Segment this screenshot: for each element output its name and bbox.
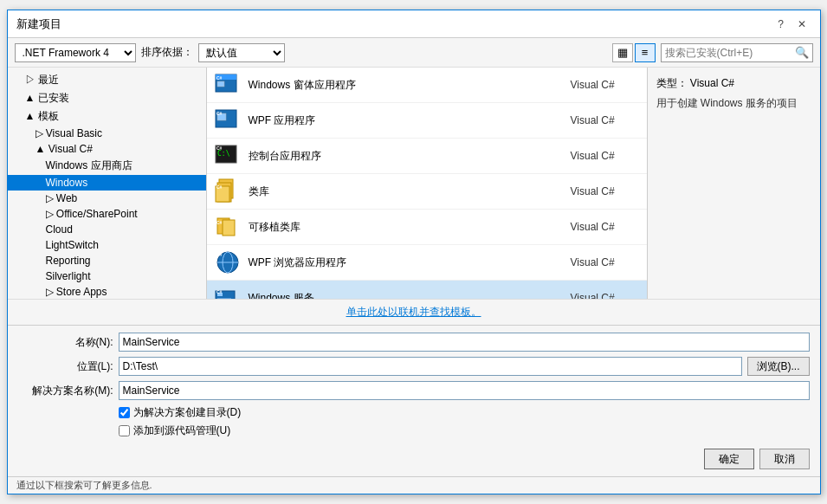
close-button[interactable]: ✕ (792, 15, 811, 34)
name-row: 名称(N): (18, 333, 810, 352)
sidebar-item-installed[interactable]: ▲ 已安装 (8, 89, 206, 107)
template-list: C# Windows 窗体应用程序 Visual C# C# WPF (207, 68, 647, 299)
sidebar-item-office[interactable]: ▷ Office/SharePoint (8, 206, 206, 222)
grid-icon: ▦ (617, 46, 628, 59)
svg-rect-2 (217, 81, 224, 87)
online-link[interactable]: 单击此处以联机并查找模板。 (346, 306, 481, 318)
template-lang: Visual C# (571, 185, 640, 197)
type-value: Visual C# (690, 77, 734, 89)
template-icon-service: C# (214, 284, 242, 299)
template-icon-windows-form: C# (214, 71, 242, 99)
template-name: Windows 服务 (249, 291, 564, 300)
template-lang: Visual C# (571, 256, 640, 268)
template-lang: Visual C# (571, 114, 640, 126)
svg-text:C#: C# (216, 220, 223, 225)
sidebar-item-templates[interactable]: ▲ 模板 (8, 107, 206, 126)
template-name: WPF 浏览器应用程序 (249, 255, 564, 270)
sidebar-item-lightswitch[interactable]: LightSwitch (8, 237, 206, 253)
right-panel: 类型： Visual C# 用于创建 Windows 服务的项目 (647, 68, 820, 299)
search-icon: 🔍 (795, 46, 809, 59)
sort-select[interactable]: 默认值 (198, 43, 285, 62)
title-bar: 新建项目 ? ✕ (8, 10, 820, 38)
toolbar: .NET Framework 4 排序依据： 默认值 ▦ ≡ 🔍 (8, 38, 820, 68)
svg-text:C#: C# (216, 75, 223, 81)
browse-button[interactable]: 浏览(B)... (747, 357, 810, 376)
template-icon-portable: C# (214, 213, 242, 241)
svg-text:C#: C# (216, 145, 223, 151)
template-lang: Visual C# (571, 221, 640, 233)
solution-row: 解决方案名称(M): (18, 381, 810, 400)
grid-view-button[interactable]: ▦ (612, 43, 633, 62)
help-button[interactable]: ? (772, 15, 791, 34)
template-lang: Visual C# (571, 150, 640, 162)
sidebar-item-recent[interactable]: ▷ 最近 (8, 71, 206, 89)
template-name: 控制台应用程序 (249, 149, 564, 164)
dialog-title: 新建项目 (16, 16, 61, 32)
template-row[interactable]: C# 可移植类库 Visual C# (207, 210, 647, 245)
sidebar-item-windows-apps[interactable]: Windows 应用商店 (8, 157, 206, 175)
checkboxes-row: 为解决方案创建目录(D) 添加到源代码管理(U) (18, 405, 810, 442)
template-row[interactable]: C# WPF 应用程序 Visual C# (207, 103, 647, 139)
framework-select[interactable]: .NET Framework 4 (15, 43, 136, 62)
sidebar-item-silverlight[interactable]: Silverlight (8, 268, 206, 284)
template-row[interactable]: C:\ C# 控制台应用程序 Visual C# (207, 139, 647, 174)
template-row[interactable]: C# Windows 窗体应用程序 Visual C# (207, 68, 647, 103)
sort-label: 排序依据： (141, 45, 193, 60)
sidebar-item-reporting[interactable]: Reporting (8, 253, 206, 268)
location-label: 位置(L): (18, 359, 113, 374)
form-actions: 确定 取消 (18, 449, 810, 469)
svg-text:C#: C# (216, 111, 223, 116)
template-icon-wpf: C# (214, 107, 242, 134)
add-source-row: 添加到源代码管理(U) (119, 423, 810, 438)
template-lang: Visual C# (571, 79, 640, 91)
checkbox-area: 为解决方案创建目录(D) 添加到源代码管理(U) (119, 405, 810, 442)
template-row[interactable]: C# WPF 浏览器应用程序 Visual C# (207, 245, 647, 281)
template-row-selected[interactable]: C# Windows 服务 Visual C# (207, 281, 647, 299)
template-name: 类库 (249, 184, 564, 199)
center-panel: C# Windows 窗体应用程序 Visual C# C# WPF (207, 68, 647, 299)
title-bar-controls: ? ✕ (772, 15, 811, 34)
type-label: 类型： Visual C# (656, 76, 811, 91)
bottom-form: 名称(N): 位置(L): 浏览(B)... 解决方案名称(M): 为解决方案创… (8, 325, 820, 476)
solution-input[interactable] (119, 381, 810, 400)
create-dir-label: 为解决方案创建目录(D) (133, 405, 242, 420)
add-source-label: 添加到源代码管理(U) (133, 423, 231, 438)
sidebar-item-vc[interactable]: ▲ Visual C# (8, 141, 206, 157)
new-project-dialog: 新建项目 ? ✕ .NET Framework 4 排序依据： 默认值 ▦ ≡ … (7, 10, 821, 494)
create-dir-row: 为解决方案创建目录(D) (119, 405, 810, 420)
create-dir-checkbox[interactable] (119, 407, 130, 418)
solution-label: 解决方案名称(M): (18, 384, 113, 398)
svg-text:C#: C# (216, 252, 223, 257)
list-icon: ≡ (642, 46, 649, 59)
template-name: 可移植类库 (249, 220, 564, 235)
type-description: 用于创建 Windows 服务的项目 (656, 96, 811, 111)
template-name: Windows 窗体应用程序 (249, 78, 564, 93)
main-area: ▷ 最近 ▲ 已安装 ▲ 模板 ▷ Visual Basic ▲ Visual … (8, 68, 820, 299)
sidebar-item-windows[interactable]: Windows (8, 175, 206, 191)
svg-text:C#: C# (216, 289, 223, 294)
ok-button[interactable]: 确定 (704, 449, 754, 469)
list-view-button[interactable]: ≡ (635, 43, 656, 62)
add-source-checkbox[interactable] (119, 425, 130, 436)
name-label: 名称(N): (18, 335, 113, 350)
search-box: 🔍 (661, 43, 813, 62)
template-name: WPF 应用程序 (249, 113, 564, 128)
svg-rect-15 (223, 220, 235, 236)
view-toggle: ▦ ≡ (612, 43, 656, 62)
search-input[interactable] (665, 47, 795, 59)
online-link-area: 单击此处以联机并查找模板。 (8, 299, 820, 325)
sidebar-item-web[interactable]: ▷ Web (8, 191, 206, 206)
status-bar: 通过以下框搜索可了解更多信息. (8, 476, 820, 494)
template-row[interactable]: C# 类库 Visual C# (207, 174, 647, 210)
location-row: 位置(L): 浏览(B)... (18, 357, 810, 376)
location-input[interactable] (119, 357, 742, 376)
template-lang: Visual C# (571, 292, 640, 299)
template-icon-wpf-browser: C# (214, 249, 242, 276)
cancel-button[interactable]: 取消 (759, 449, 810, 469)
sidebar-item-store-apps[interactable]: ▷ Store Apps (8, 284, 206, 299)
name-input[interactable] (119, 333, 810, 352)
sidebar-item-vb[interactable]: ▷ Visual Basic (8, 126, 206, 141)
sidebar-item-cloud[interactable]: Cloud (8, 222, 206, 237)
status-text: 通过以下框搜索可了解更多信息. (16, 480, 152, 490)
svg-text:C#: C# (216, 184, 223, 190)
